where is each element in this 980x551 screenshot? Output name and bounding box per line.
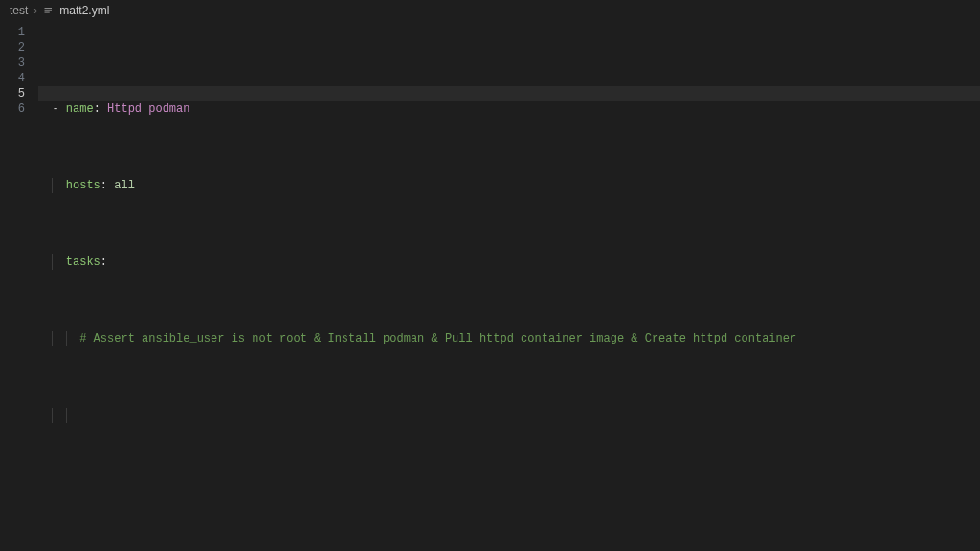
code-line[interactable] (38, 484, 980, 499)
line-number-gutter: 1 2 3 4 5 6 (0, 21, 38, 551)
yaml-colon: : (100, 254, 107, 270)
yaml-string: Httpd podman (107, 101, 189, 117)
svg-rect-1 (45, 10, 53, 11)
current-line-highlight (38, 86, 980, 101)
code-line[interactable]: hosts: all (38, 178, 980, 193)
yaml-value: all (114, 178, 135, 193)
yaml-key: hosts (66, 178, 100, 193)
breadcrumb-filename: matt2.yml (59, 4, 109, 17)
code-editor[interactable]: 1 2 3 4 5 6 - name: Httpd podman hosts: … (0, 21, 980, 551)
breadcrumb[interactable]: test › matt2.yml (0, 0, 980, 21)
breadcrumb-file[interactable]: matt2.yml (43, 4, 109, 17)
svg-rect-0 (45, 8, 53, 9)
line-number: 2 (0, 40, 25, 55)
line-number: 6 (0, 101, 25, 117)
yaml-colon: : (94, 101, 100, 117)
yaml-colon: : (100, 178, 107, 193)
code-area[interactable]: - name: Httpd podman hosts: all tasks: #… (38, 21, 980, 551)
line-number: 1 (0, 25, 25, 40)
yaml-file-icon (43, 5, 55, 16)
yaml-dash: - (52, 101, 58, 117)
code-line-current[interactable] (38, 408, 980, 423)
svg-rect-2 (45, 12, 50, 13)
yaml-key: tasks (66, 254, 100, 270)
code-line[interactable]: # Assert ansible_user is not root & Inst… (38, 331, 980, 346)
yaml-comment: # Assert ansible_user is not root & Inst… (79, 331, 796, 346)
line-number: 4 (0, 71, 25, 86)
breadcrumb-separator: › (33, 4, 37, 17)
code-line[interactable]: - name: Httpd podman (38, 101, 980, 117)
yaml-key: name (66, 101, 94, 117)
line-number: 3 (0, 55, 25, 71)
line-number-current: 5 (0, 86, 25, 101)
code-line[interactable]: tasks: (38, 254, 980, 270)
breadcrumb-folder[interactable]: test (10, 4, 28, 17)
